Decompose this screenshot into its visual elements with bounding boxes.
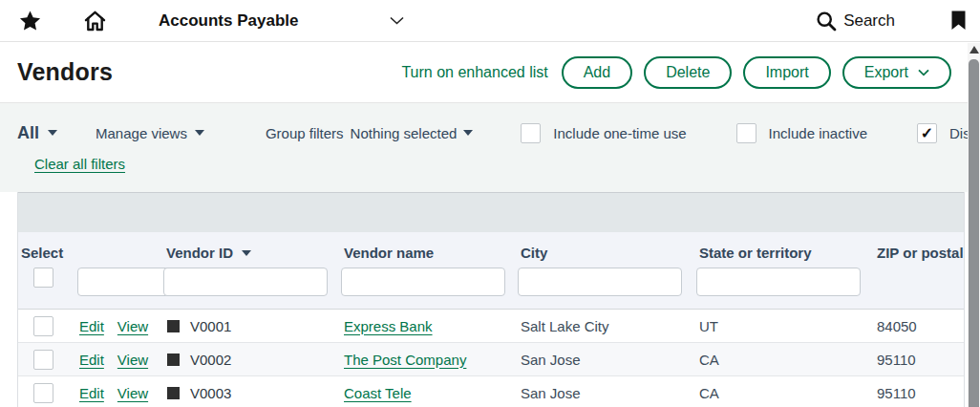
state-value: CA: [696, 352, 874, 368]
import-button[interactable]: Import: [743, 56, 830, 89]
triangle-down-icon: [463, 130, 473, 136]
city-value: Salt Lake City: [518, 318, 696, 334]
vendor-id: V0002: [190, 352, 231, 368]
edit-link[interactable]: Edit: [79, 318, 104, 334]
delete-button[interactable]: Delete: [644, 56, 732, 89]
view-selector-dropdown[interactable]: All: [17, 123, 57, 143]
city-value: San Jose: [518, 385, 696, 401]
include-one-time-use-checkbox-item[interactable]: Include one-time use: [521, 123, 686, 143]
filter-bar: All Manage views Group filters Nothing s…: [0, 103, 980, 192]
view-link[interactable]: View: [117, 352, 148, 368]
black-square-icon: [167, 353, 180, 366]
table-row: Edit View V0001 Express Bank Salt Lake C…: [18, 310, 964, 343]
include-inactive-checkbox-item[interactable]: Include inactive: [736, 123, 867, 143]
group-filters-dropdown[interactable]: Group filters Nothing selected: [266, 125, 473, 141]
column-header-city[interactable]: City: [518, 245, 696, 261]
import-button-label: Import: [765, 64, 808, 81]
chevron-down-icon: [390, 16, 404, 25]
state-value: CA: [696, 385, 874, 401]
app-window: Accounts Payable Search Vendors Turn on …: [0, 0, 980, 407]
state-value: UT: [696, 318, 874, 334]
chevron-down-icon: [918, 69, 929, 76]
select-all-cell: [18, 268, 77, 296]
search-button[interactable]: Search: [816, 11, 895, 32]
scroll-up-arrow-icon[interactable]: [969, 46, 979, 54]
header-actions: Turn on enhanced list Add Delete Import …: [401, 56, 951, 89]
edit-link[interactable]: Edit: [79, 352, 104, 368]
zip-filter-input[interactable]: [696, 268, 861, 296]
column-header-vendor-id-label: Vendor ID: [166, 245, 233, 261]
vendor-name-link[interactable]: Express Bank: [344, 318, 433, 334]
top-nav-bar: Accounts Payable Search: [0, 0, 980, 42]
sort-descending-icon: [242, 250, 251, 256]
black-square-icon: [167, 320, 180, 332]
delete-button-label: Delete: [666, 64, 710, 81]
enhanced-list-link[interactable]: Turn on enhanced list: [401, 64, 547, 81]
module-dropdown[interactable]: Accounts Payable: [159, 11, 404, 31]
table-row: Edit View V0002 The Post Company San Jos…: [18, 343, 964, 376]
column-header-vendor-id[interactable]: Vendor ID: [163, 245, 341, 261]
triangle-down-icon: [48, 130, 57, 136]
search-icon: [816, 11, 837, 32]
module-dropdown-label: Accounts Payable: [159, 11, 298, 31]
vendor-name-filter-cell: [163, 268, 341, 296]
manage-views-label: Manage views: [96, 125, 187, 141]
include-one-time-use-label: Include one-time use: [553, 125, 686, 141]
export-button[interactable]: Export: [842, 56, 951, 89]
display-checkbox-item[interactable]: ✓ Dis: [917, 123, 970, 143]
city-value: San Jose: [518, 352, 696, 368]
vertical-scrollbar[interactable]: [968, 43, 980, 407]
table-row: Edit View V0003 Coast Tele San Jose CA 9…: [18, 376, 964, 407]
page-header: Vendors Turn on enhanced list Add Delete…: [0, 42, 980, 103]
display-checkbox-checked[interactable]: ✓: [917, 123, 937, 143]
bookmark-icon[interactable]: [950, 11, 967, 31]
zip-value: 84050: [874, 318, 964, 334]
table-filter-row: [18, 261, 964, 310]
zip-value: 95110: [874, 352, 964, 368]
column-header-select: Select: [18, 245, 163, 261]
triangle-down-icon: [195, 130, 204, 136]
vendor-id: V0001: [190, 318, 231, 334]
row-checkbox[interactable]: [33, 316, 53, 336]
table-toolbar-band: [18, 192, 964, 232]
star-icon[interactable]: [19, 10, 41, 32]
column-header-zip[interactable]: ZIP or postal: [874, 245, 964, 261]
manage-views-dropdown[interactable]: Manage views: [96, 125, 204, 141]
black-square-icon: [167, 387, 180, 399]
include-inactive-label: Include inactive: [769, 125, 867, 141]
include-inactive-checkbox[interactable]: [736, 123, 756, 143]
city-filter-input[interactable]: [341, 268, 505, 296]
scrollbar-thumb[interactable]: [969, 59, 979, 407]
view-selector-label: All: [17, 123, 39, 143]
add-button-label: Add: [584, 64, 610, 81]
vendor-id-filter-cell: [77, 268, 163, 296]
group-filters-value: Nothing selected: [351, 125, 458, 141]
select-all-checkbox[interactable]: [33, 268, 53, 288]
city-filter-cell: [341, 268, 518, 296]
add-button[interactable]: Add: [562, 56, 632, 89]
topbar-right-group: Search: [816, 11, 967, 32]
vendor-id: V0003: [190, 385, 231, 401]
view-link[interactable]: View: [117, 318, 148, 334]
state-filter-cell: [518, 268, 696, 296]
row-checkbox[interactable]: [33, 383, 53, 403]
column-header-state[interactable]: State or territory: [696, 245, 874, 261]
zip-filter-cell: [696, 268, 874, 296]
view-link[interactable]: View: [117, 385, 148, 401]
edit-link[interactable]: Edit: [79, 385, 104, 401]
column-header-vendor-name[interactable]: Vendor name: [341, 245, 518, 261]
export-button-label: Export: [864, 64, 908, 81]
vendor-name-link[interactable]: Coast Tele: [344, 385, 412, 401]
include-one-time-use-checkbox[interactable]: [521, 123, 541, 143]
filter-row: All Manage views Group filters Nothing s…: [17, 118, 980, 147]
clear-all-filters-link[interactable]: Clear all filters: [34, 156, 125, 172]
state-filter-input[interactable]: [518, 268, 682, 296]
search-label: Search: [843, 11, 895, 31]
group-filters-label: Group filters: [266, 125, 344, 141]
home-icon[interactable]: [83, 10, 107, 32]
row-checkbox[interactable]: [33, 350, 53, 370]
vendor-name-link[interactable]: The Post Company: [344, 352, 466, 368]
vendor-name-filter-input[interactable]: [163, 268, 328, 296]
table-header-row: Select Vendor ID Vendor name City State …: [18, 232, 964, 261]
zip-value: 95110: [874, 385, 964, 401]
